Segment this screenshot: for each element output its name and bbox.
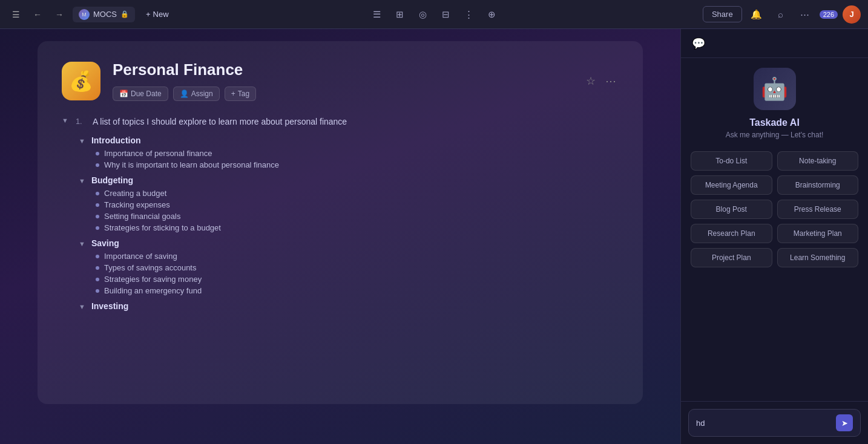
toolbar-left: ☰ ← → M MOCS 🔒 + New — [7, 6, 367, 23]
section-budgeting: ▼ Budgeting — [79, 175, 619, 185]
list-item: Tracking expenses — [96, 200, 619, 209]
view-table-icon[interactable]: ⊟ — [436, 5, 455, 24]
chip-research-plan[interactable]: Research Plan — [691, 224, 772, 243]
doc-title: Personal Finance — [113, 60, 571, 79]
section-introduction: ▼ Introduction — [79, 135, 619, 145]
chip-meeting-agenda[interactable]: Meeting Agenda — [691, 175, 772, 195]
assign-button[interactable]: 👤 Assign — [173, 87, 220, 101]
project-name: MOCS — [93, 10, 117, 19]
plus-icon: + — [146, 10, 151, 19]
person-icon: 👤 — [180, 90, 189, 98]
send-button[interactable]: ➤ — [836, 414, 853, 431]
back-icon[interactable]: ← — [29, 6, 46, 23]
collapse-arrow[interactable]: ▼ — [62, 117, 68, 124]
forward-icon[interactable]: → — [51, 6, 68, 23]
main-area: 💰 Personal Finance 📅 Due Date 👤 Assign — [0, 29, 868, 444]
notifications-icon[interactable]: 🔔 — [747, 5, 766, 24]
section-title-saving: Saving — [91, 238, 119, 248]
bullet-text: Why it is important to learn about perso… — [104, 160, 279, 169]
search-icon[interactable]: ⌕ — [771, 5, 791, 24]
chip-learn-something[interactable]: Learn Something — [777, 248, 859, 267]
doc-meta: 📅 Due Date 👤 Assign + Tag — [113, 87, 571, 101]
lock-icon: 🔒 — [120, 10, 129, 18]
bullet-text: Strategies for sticking to a budget — [104, 223, 221, 232]
bullet-icon — [96, 152, 99, 155]
bullet-text: Tracking expenses — [104, 200, 170, 209]
section-collapse-intro[interactable]: ▼ — [79, 137, 85, 145]
doc-card: 💰 Personal Finance 📅 Due Date 👤 Assign — [38, 41, 643, 404]
avatar[interactable]: J — [843, 5, 861, 24]
chat-input[interactable] — [696, 419, 831, 428]
list-item: Building an emergency fund — [96, 286, 619, 295]
bullet-icon — [96, 192, 99, 195]
due-date-label: Due Date — [131, 90, 162, 98]
ai-robot-icon: 🤖 — [754, 68, 796, 110]
bullet-text: Building an emergency fund — [104, 286, 202, 295]
chip-brainstorming[interactable]: Brainstorming — [777, 175, 859, 195]
view-calendar-icon[interactable]: ◎ — [413, 5, 432, 24]
top-item: ▼ 1. A list of topics I should explore t… — [62, 116, 619, 128]
new-button[interactable]: + New — [140, 7, 175, 22]
list-item: Creating a budget — [96, 189, 619, 198]
more-options-icon[interactable]: ⋯ — [795, 5, 815, 24]
project-icon: M — [79, 9, 90, 20]
bullet-icon — [96, 163, 99, 167]
outline-text: A list of topics I should explore to lea… — [93, 116, 347, 128]
tag-button[interactable]: + Tag — [225, 87, 256, 101]
view-list-icon[interactable]: ☰ — [367, 5, 386, 24]
section-collapse-saving[interactable]: ▼ — [79, 240, 85, 247]
bullet-icon — [96, 203, 99, 207]
doc-actions: ☆ ⋯ — [584, 72, 619, 90]
tag-label: Tag — [238, 90, 249, 98]
list-item: Strategies for saving money — [96, 275, 619, 284]
toolbar-right: Share 🔔 ⌕ ⋯ 226 J — [501, 5, 861, 24]
outline-section: ▼ 1. A list of topics I should explore t… — [62, 116, 619, 311]
chip-blog-post[interactable]: Blog Post — [691, 200, 772, 219]
bullet-icon — [96, 266, 99, 270]
ai-title: Taskade AI — [749, 117, 800, 128]
right-top-bar: 💬 — [681, 29, 868, 58]
members-icon[interactable]: ⊕ — [482, 5, 501, 24]
bullet-text: Creating a budget — [104, 189, 166, 198]
section-collapse-investing[interactable]: ▼ — [79, 303, 85, 310]
sidebar-toggle-icon[interactable]: ☰ — [7, 6, 24, 23]
star-button[interactable]: ☆ — [584, 72, 598, 90]
section-collapse-budget[interactable]: ▼ — [79, 177, 85, 184]
chip-press-release[interactable]: Press Release — [777, 200, 859, 219]
send-icon: ➤ — [841, 419, 848, 428]
bullet-text: Setting financial goals — [104, 212, 180, 221]
chip-note-taking[interactable]: Note-taking — [777, 151, 859, 171]
ai-logo-area: 🤖 Taskade AI Ask me anything — Let's cha… — [691, 68, 858, 139]
doc-header: 💰 Personal Finance 📅 Due Date 👤 Assign — [62, 60, 619, 101]
more-doc-button[interactable]: ⋯ — [603, 72, 619, 90]
bullet-text: Strategies for saving money — [104, 275, 202, 284]
bullet-text: Importance of personal finance — [104, 149, 212, 158]
chip-todo-list[interactable]: To-do List — [691, 151, 772, 171]
calendar-icon: 📅 — [119, 90, 128, 98]
left-panel: 💰 Personal Finance 📅 Due Date 👤 Assign — [0, 29, 680, 444]
toolbar: ☰ ← → M MOCS 🔒 + New ☰ ⊞ ◎ ⊟ ⋮ ⊕ Share 🔔… — [0, 0, 868, 29]
comment-icon[interactable]: 💬 — [689, 34, 708, 53]
bullet-text: Importance of saving — [104, 252, 177, 261]
project-badge[interactable]: M MOCS 🔒 — [73, 7, 135, 22]
share-button[interactable]: Share — [703, 6, 742, 22]
item-number: 1. — [76, 117, 88, 126]
chip-project-plan[interactable]: Project Plan — [691, 248, 772, 267]
toolbar-center: ☰ ⊞ ◎ ⊟ ⋮ ⊕ — [367, 5, 501, 24]
bullet-icon — [96, 289, 99, 293]
share-network-icon[interactable]: ⋮ — [459, 5, 478, 24]
notification-badge: 226 — [820, 10, 838, 19]
section-title-investing: Investing — [91, 301, 128, 311]
bullet-icon — [96, 215, 99, 218]
chip-marketing-plan[interactable]: Marketing Plan — [777, 224, 859, 243]
section-title-budget: Budgeting — [91, 175, 133, 185]
due-date-button[interactable]: 📅 Due Date — [113, 87, 168, 101]
ai-subtitle: Ask me anything — Let's chat! — [726, 131, 824, 139]
chat-input-wrap: ➤ — [688, 409, 861, 437]
chat-input-area: ➤ — [681, 401, 868, 444]
bullet-icon — [96, 255, 99, 258]
new-label: New — [153, 10, 169, 19]
list-item: Importance of personal finance — [96, 149, 619, 158]
list-item: Importance of saving — [96, 252, 619, 261]
view-board-icon[interactable]: ⊞ — [390, 5, 409, 24]
